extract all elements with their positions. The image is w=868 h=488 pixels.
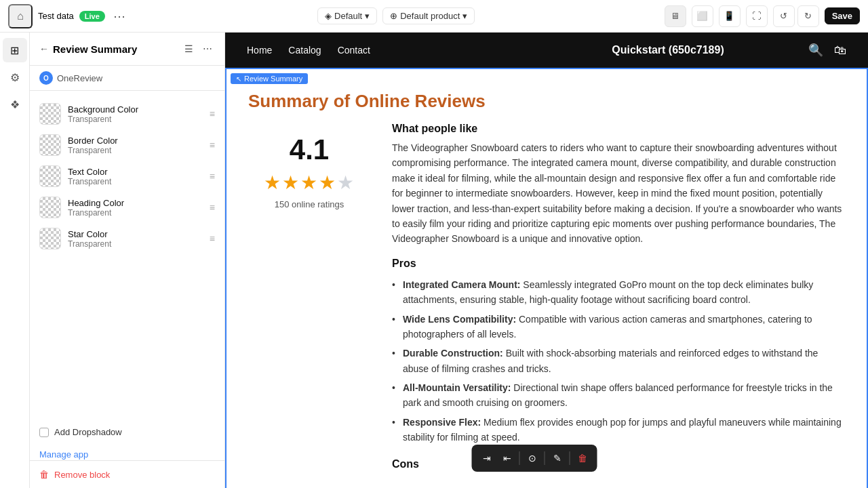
topbar-left: ⌂ Test data Live ⋯ (8, 4, 128, 28)
pros-list: Integrated Camera Mount: Seamlessly inte… (392, 275, 845, 447)
review-block-wrapper: ↖ Review Summary Summary of Online Revie… (225, 68, 868, 488)
store-search-button[interactable]: 🔍 (808, 43, 823, 58)
default-theme-button[interactable]: ◈ Default ▾ (317, 7, 377, 24)
star-color-swatch[interactable] (39, 228, 61, 249)
sidebar-icon-row: ☰ ⋯ (182, 41, 215, 57)
heading-color-swatch[interactable] (39, 197, 61, 218)
pros-heading: Pros (392, 258, 845, 270)
floating-toolbar: ⇥ ⇤ ⊙ ✎ 🗑 (472, 445, 597, 472)
store-nav-home[interactable]: Home (247, 45, 272, 56)
star-3: ★ (300, 172, 319, 193)
border-stack-icon[interactable]: ≡ (210, 140, 215, 150)
product-icon: ⊕ (390, 11, 397, 21)
color-row-heading: Heading Color Transparent ≡ (39, 192, 215, 222)
store-icons: 🔍 🛍 (808, 43, 846, 58)
pro-title-2: Wide Lens Compatibility: (403, 314, 516, 325)
remove-block-row[interactable]: 🗑 Remove block (30, 460, 224, 488)
nav-icon-blocks[interactable]: ⊞ (3, 38, 27, 62)
store-nav-catalog[interactable]: Catalog (288, 45, 321, 56)
text-color-swatch[interactable] (39, 165, 61, 187)
manage-app-row: Manage app (30, 443, 224, 460)
star-4: ★ (319, 172, 337, 193)
store-nav: Home Catalog Contact (247, 45, 528, 56)
manage-app-link[interactable]: Manage app (39, 449, 88, 460)
star-5-empty: ★ (337, 172, 355, 193)
preview-content: ↖ Review Summary Summary of Online Revie… (225, 68, 868, 488)
fullscreen-button[interactable]: ⛶ (746, 5, 768, 27)
main-layout: ⊞ ⚙ ❖ ← Review Summary ☰ ⋯ O OneReview B… (0, 33, 868, 488)
sidebar-header: ← Review Summary ☰ ⋯ (30, 33, 224, 66)
chevron-down-icon: ▾ (462, 11, 467, 21)
color-row-text: Text Color Transparent ≡ (39, 161, 215, 191)
toolbar-edit-button[interactable]: ✎ (548, 449, 567, 468)
save-button[interactable]: Save (825, 7, 860, 24)
ratings-count: 150 online ratings (248, 199, 370, 209)
theme-icon: ◈ (325, 11, 332, 21)
color-row-background: Background Color Transparent ≡ (39, 99, 215, 129)
rating-number: 4.1 (248, 134, 370, 166)
text-color-info: Text Color Transparent (68, 167, 203, 186)
preview-area: Home Catalog Contact Quickstart (650c718… (225, 33, 868, 488)
pro-title-4: All-Mountain Versatility: (403, 382, 511, 393)
store-cart-button[interactable]: 🛍 (834, 43, 846, 58)
stars-display: ★★★★★ (248, 171, 370, 194)
remove-block-label: Remove block (54, 470, 110, 480)
tablet-view-button[interactable]: ⬜ (692, 5, 713, 27)
sidebar-panel: ← Review Summary ☰ ⋯ O OneReview Backgro… (30, 33, 225, 488)
background-color-swatch[interactable] (39, 103, 61, 125)
undo-button[interactable]: ↺ (773, 5, 795, 27)
nav-icons: ⊞ ⚙ ❖ (0, 33, 30, 488)
remove-icon: 🗑 (39, 469, 49, 480)
summary-description: The Videographer Snowboard caters to rid… (392, 140, 845, 247)
border-color-swatch[interactable] (39, 134, 61, 156)
review-block[interactable]: Summary of Online Reviews 4.1 ★★★★★ 150 … (225, 68, 868, 488)
background-stack-icon[interactable]: ≡ (210, 108, 215, 119)
topbar-more-button[interactable]: ⋯ (111, 6, 128, 26)
background-color-value: Transparent (68, 115, 203, 124)
live-badge: Live (79, 11, 105, 22)
home-icon[interactable]: ⌂ (8, 4, 33, 28)
toolbar-duplicate-button[interactable]: ⊙ (523, 449, 542, 468)
dropshadow-checkbox[interactable] (39, 428, 49, 437)
background-color-name: Background Color (68, 104, 203, 115)
app-name: Test data (38, 11, 74, 21)
toolbar-align-right-button[interactable]: ⇤ (498, 449, 517, 468)
default-product-button[interactable]: ⊕ Default product ▾ (382, 7, 475, 24)
redo-button[interactable]: ↻ (797, 5, 819, 27)
nav-icon-settings[interactable]: ⚙ (3, 65, 27, 89)
star-color-value: Transparent (68, 239, 203, 249)
desktop-view-button[interactable]: 🖥 (665, 5, 686, 27)
text-color-name: Text Color (68, 167, 203, 177)
nav-icon-apps[interactable]: ❖ (3, 92, 27, 117)
plugin-logo: O (39, 71, 53, 85)
review-summary-label: ↖ Review Summary (231, 73, 308, 84)
toolbar-separator-1 (519, 451, 520, 465)
pro-title-1: Integrated Camera Mount: (403, 279, 520, 290)
store-nav-contact[interactable]: Contact (338, 45, 370, 56)
toolbar-separator-3 (570, 451, 570, 465)
cursor-icon: ↖ (236, 75, 241, 83)
topbar-center: ◈ Default ▾ ⊕ Default product ▾ (136, 7, 656, 24)
pro-title-5: Responsive Flex: (403, 417, 481, 428)
star-stack-icon[interactable]: ≡ (210, 233, 215, 244)
back-button[interactable]: ← (39, 43, 49, 54)
heading-stack-icon[interactable]: ≡ (210, 202, 215, 213)
background-color-info: Background Color Transparent (68, 104, 203, 124)
cons-heading: Cons (392, 458, 845, 470)
pro-item-2: Wide Lens Compatibility: Compatible with… (392, 310, 845, 344)
sidebar-list-icon[interactable]: ☰ (182, 41, 196, 57)
sidebar-more-icon[interactable]: ⋯ (200, 41, 215, 57)
heading-color-name: Heading Color (68, 198, 203, 208)
store-topbar: Home Catalog Contact Quickstart (650c718… (225, 33, 868, 68)
pro-title-3: Durable Construction: (403, 348, 503, 359)
border-color-value: Transparent (68, 146, 203, 155)
toolbar-delete-button[interactable]: 🗑 (573, 449, 592, 468)
toolbar-align-left-button[interactable]: ⇥ (477, 449, 496, 468)
mobile-view-button[interactable]: 📱 (719, 5, 741, 27)
heading-color-info: Heading Color Transparent (68, 198, 203, 218)
text-stack-icon[interactable]: ≡ (210, 171, 215, 182)
undo-redo-group: ↺ ↻ (773, 5, 819, 27)
pro-item-3: Durable Construction: Built with shock-a… (392, 344, 845, 378)
sidebar-title: Review Summary (53, 43, 178, 55)
summary-title: Summary of Online Reviews (248, 91, 845, 112)
